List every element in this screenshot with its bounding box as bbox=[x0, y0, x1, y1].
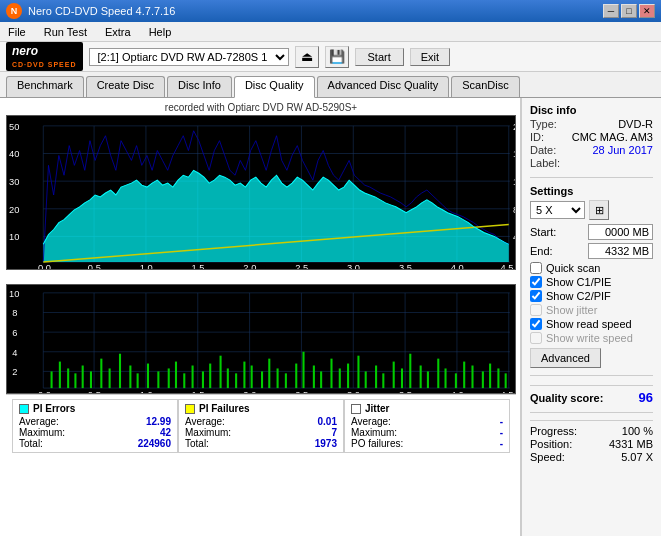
svg-rect-87 bbox=[320, 371, 322, 388]
svg-text:30: 30 bbox=[9, 177, 19, 187]
svg-rect-71 bbox=[183, 373, 185, 388]
speed-value-bottom: 5.07 X bbox=[621, 451, 653, 463]
start-field-row: Start: bbox=[530, 224, 653, 240]
pi-failures-total-value: 1973 bbox=[315, 438, 337, 449]
svg-rect-81 bbox=[268, 359, 270, 388]
svg-rect-98 bbox=[420, 366, 422, 389]
start-field-label: Start: bbox=[530, 226, 556, 238]
menu-bar: File Run Test Extra Help bbox=[0, 22, 661, 42]
start-field-input[interactable] bbox=[588, 224, 653, 240]
svg-rect-56 bbox=[51, 371, 53, 388]
svg-text:0.0: 0.0 bbox=[38, 263, 51, 269]
tab-advanced-disc-quality[interactable]: Advanced Disc Quality bbox=[317, 76, 450, 97]
progress-value: 100 % bbox=[622, 425, 653, 437]
disc-type-label: Type: bbox=[530, 118, 557, 130]
disc-label-row: Label: bbox=[530, 157, 653, 169]
show-write-speed-label: Show write speed bbox=[546, 332, 633, 344]
svg-rect-79 bbox=[251, 366, 253, 389]
menu-run-test[interactable]: Run Test bbox=[40, 25, 91, 39]
exit-button[interactable]: Exit bbox=[410, 48, 450, 66]
upper-chart-svg: 50 40 30 20 10 20 16 12 8 4 0.0 0.5 1.0 … bbox=[7, 116, 515, 269]
svg-text:2: 2 bbox=[12, 368, 17, 378]
divider-1 bbox=[530, 177, 653, 178]
svg-text:6: 6 bbox=[12, 328, 17, 338]
svg-text:4.5: 4.5 bbox=[500, 263, 513, 269]
pi-errors-max-value: 42 bbox=[160, 427, 171, 438]
svg-rect-66 bbox=[137, 373, 139, 388]
minimize-button[interactable]: ─ bbox=[603, 4, 619, 18]
svg-rect-85 bbox=[302, 352, 304, 388]
lower-chart-svg: 10 8 6 4 2 0.0 0.5 1.0 1.5 2.0 2.5 3.0 3… bbox=[7, 285, 515, 393]
divider-2 bbox=[530, 375, 653, 376]
tab-disc-quality[interactable]: Disc Quality bbox=[234, 76, 315, 98]
svg-text:1.5: 1.5 bbox=[192, 263, 205, 269]
svg-rect-104 bbox=[471, 366, 473, 389]
show-jitter-row: Show jitter bbox=[530, 304, 653, 316]
quick-scan-label: Quick scan bbox=[546, 262, 600, 274]
svg-rect-84 bbox=[295, 364, 297, 389]
svg-rect-92 bbox=[365, 371, 367, 388]
jitter-po-row: PO failures: - bbox=[351, 438, 503, 449]
svg-text:3.0: 3.0 bbox=[347, 390, 360, 393]
quick-scan-checkbox[interactable] bbox=[530, 262, 542, 274]
save-icon-btn[interactable]: 💾 bbox=[325, 46, 349, 68]
svg-text:8: 8 bbox=[12, 309, 17, 319]
pi-errors-max-row: Maximum: 42 bbox=[19, 427, 171, 438]
svg-rect-74 bbox=[209, 364, 211, 389]
jitter-max-value: - bbox=[500, 427, 503, 438]
svg-rect-96 bbox=[401, 368, 403, 388]
pi-errors-total-label: Total: bbox=[19, 438, 43, 449]
maximize-button[interactable]: □ bbox=[621, 4, 637, 18]
disc-type-row: Type: DVD-R bbox=[530, 118, 653, 130]
progress-label: Progress: bbox=[530, 425, 577, 437]
jitter-average-value: - bbox=[500, 416, 503, 427]
menu-file[interactable]: File bbox=[4, 25, 30, 39]
end-field-input[interactable] bbox=[588, 243, 653, 259]
start-button[interactable]: Start bbox=[355, 48, 404, 66]
svg-rect-97 bbox=[409, 354, 411, 388]
svg-text:12: 12 bbox=[513, 177, 515, 187]
pi-errors-average-value: 12.99 bbox=[146, 416, 171, 427]
tab-create-disc[interactable]: Create Disc bbox=[86, 76, 165, 97]
menu-extra[interactable]: Extra bbox=[101, 25, 135, 39]
pi-failures-average-row: Average: 0.01 bbox=[185, 416, 337, 427]
end-field-row: End: bbox=[530, 243, 653, 259]
jitter-po-value: - bbox=[500, 438, 503, 449]
show-read-speed-checkbox[interactable] bbox=[530, 318, 542, 330]
jitter-max-label: Maximum: bbox=[351, 427, 397, 438]
svg-text:0.5: 0.5 bbox=[88, 390, 101, 393]
svg-text:2.0: 2.0 bbox=[243, 390, 256, 393]
tab-disc-info[interactable]: Disc Info bbox=[167, 76, 232, 97]
drive-select[interactable]: [2:1] Optiarc DVD RW AD-7280S 1.01 bbox=[89, 48, 289, 66]
tab-scan-disc[interactable]: ScanDisc bbox=[451, 76, 519, 97]
show-jitter-checkbox[interactable] bbox=[530, 304, 542, 316]
svg-rect-103 bbox=[463, 362, 465, 389]
svg-text:3.0: 3.0 bbox=[347, 263, 360, 269]
chart-area: recorded with Optiarc DVD RW AD-5290S+ bbox=[0, 98, 521, 536]
speed-select[interactable]: 5 X bbox=[530, 201, 585, 219]
show-c2pif-label: Show C2/PIF bbox=[546, 290, 611, 302]
position-value: 4331 MB bbox=[609, 438, 653, 450]
pi-errors-group: PI Errors Average: 12.99 Maximum: 42 Tot… bbox=[12, 399, 178, 453]
eject-icon-btn[interactable]: ⏏ bbox=[295, 46, 319, 68]
show-c2pif-checkbox[interactable] bbox=[530, 290, 542, 302]
svg-rect-75 bbox=[220, 356, 222, 388]
chart-title: recorded with Optiarc DVD RW AD-5290S+ bbox=[6, 102, 516, 113]
upper-chart: 50 40 30 20 10 20 16 12 8 4 0.0 0.5 1.0 … bbox=[6, 115, 516, 270]
show-c1pie-checkbox[interactable] bbox=[530, 276, 542, 288]
tab-bar: Benchmark Create Disc Disc Info Disc Qua… bbox=[0, 72, 661, 98]
svg-rect-94 bbox=[382, 373, 384, 388]
speed-icon-btn[interactable]: ⊞ bbox=[589, 200, 609, 220]
quality-score-row: Quality score: 96 bbox=[530, 385, 653, 405]
svg-rect-60 bbox=[82, 366, 84, 389]
close-button[interactable]: ✕ bbox=[639, 4, 655, 18]
svg-text:10: 10 bbox=[9, 289, 19, 299]
tab-benchmark[interactable]: Benchmark bbox=[6, 76, 84, 97]
advanced-button[interactable]: Advanced bbox=[530, 348, 601, 368]
disc-id-value: CMC MAG. AM3 bbox=[572, 131, 653, 143]
menu-help[interactable]: Help bbox=[145, 25, 176, 39]
show-write-speed-checkbox[interactable] bbox=[530, 332, 542, 344]
svg-rect-93 bbox=[375, 366, 377, 389]
pi-failures-title: PI Failures bbox=[185, 403, 337, 414]
disc-date-value: 28 Jun 2017 bbox=[592, 144, 653, 156]
